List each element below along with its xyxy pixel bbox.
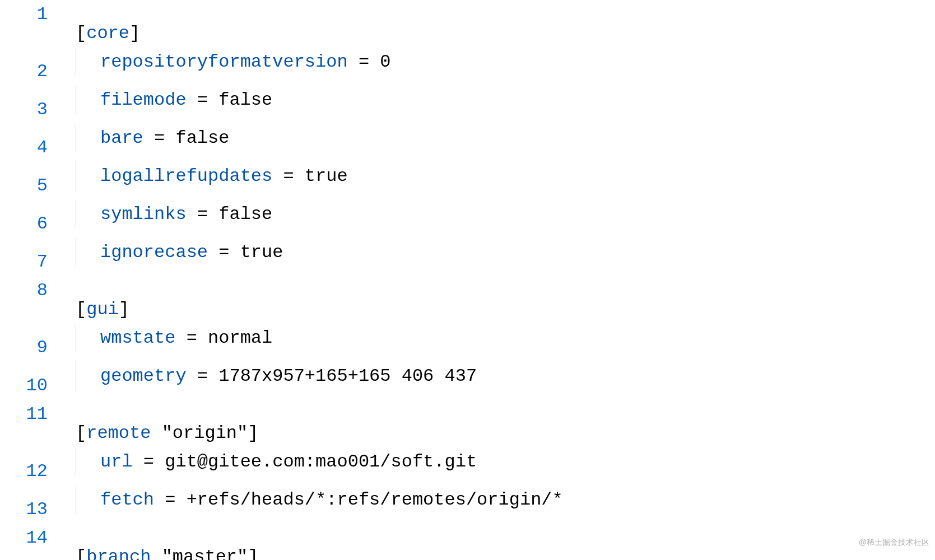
line-number: 8: [0, 276, 53, 305]
line-number: 10: [0, 371, 53, 400]
code-token: ]: [119, 299, 129, 320]
code-line[interactable]: 2repositoryformatversion = 0: [0, 48, 935, 86]
code-line[interactable]: 12url = git@gitee.com:mao001/soft.git: [0, 447, 935, 486]
line-content: filemode = false: [53, 86, 272, 114]
code-line[interactable]: 1[core]: [0, 0, 935, 48]
code-token: filemode: [100, 90, 187, 110]
code-token: remote: [86, 423, 151, 444]
code-token: [: [76, 423, 86, 444]
code-line[interactable]: 8[gui]: [0, 276, 935, 324]
line-number: 14: [0, 524, 53, 552]
code-token: =: [133, 451, 165, 472]
code-token: "origin": [151, 423, 248, 444]
code-token: 1787x957+165+165 406 437: [218, 366, 477, 386]
line-content: repositoryformatversion = 0: [53, 48, 390, 76]
code-token: ignorecase: [100, 242, 208, 263]
line-content: logallrefupdates = true: [53, 162, 348, 190]
code-token: =: [187, 204, 219, 225]
code-token: false: [175, 128, 229, 148]
code-token: ]: [129, 23, 140, 44]
line-content: url = git@gitee.com:mao001/soft.git: [53, 447, 477, 476]
line-number: 6: [0, 209, 53, 238]
line-content: fetch = +refs/heads/*:refs/remotes/origi…: [53, 486, 563, 514]
line-number: 9: [0, 333, 53, 362]
code-token: =: [272, 166, 305, 186]
line-number: 13: [0, 495, 53, 524]
code-token: logallrefupdates: [100, 166, 272, 186]
code-token: true: [305, 166, 348, 186]
code-token: normal: [208, 328, 272, 348]
line-content: [core]: [53, 19, 140, 48]
line-number: 4: [0, 133, 53, 162]
line-number: 11: [0, 400, 53, 428]
code-line[interactable]: 5logallrefupdates = true: [0, 162, 935, 200]
line-content: geometry = 1787x957+165+165 406 437: [53, 362, 477, 390]
code-token: false: [218, 204, 272, 225]
code-editor[interactable]: 1[core]2repositoryformatversion = 03file…: [0, 0, 935, 560]
code-token: branch: [86, 547, 151, 560]
code-token: core: [86, 23, 129, 44]
line-content: [gui]: [53, 295, 129, 324]
code-token: geometry: [100, 366, 187, 386]
line-content: ignorecase = true: [53, 238, 283, 267]
code-token: [: [76, 23, 86, 44]
code-token: =: [348, 52, 380, 72]
code-token: =: [187, 366, 219, 386]
code-token: true: [240, 242, 283, 263]
watermark-text: @稀土掘金技术社区: [859, 528, 929, 557]
code-token: git@gitee.com:mao001/soft.git: [165, 451, 477, 472]
code-line[interactable]: 10geometry = 1787x957+165+165 406 437: [0, 362, 935, 400]
line-number: 5: [0, 171, 53, 200]
code-token: [: [76, 299, 86, 320]
code-token: ]: [248, 423, 258, 444]
code-token: wmstate: [100, 328, 175, 348]
code-token: =: [208, 242, 240, 263]
line-number: 7: [0, 248, 53, 276]
code-token: =: [175, 328, 208, 348]
line-content: wmstate = normal: [53, 324, 272, 352]
code-token: false: [218, 90, 272, 110]
line-content: symlinks = false: [53, 200, 272, 228]
code-line[interactable]: 3filemode = false: [0, 86, 935, 124]
code-token: =: [187, 90, 219, 110]
code-token: [: [76, 547, 86, 560]
code-token: gui: [86, 299, 119, 320]
line-number: 12: [0, 457, 53, 486]
code-token: repositoryformatversion: [100, 52, 348, 72]
line-content: bare = false: [53, 124, 229, 152]
code-line[interactable]: 11[remote "origin"]: [0, 400, 935, 447]
code-token: 0: [380, 52, 390, 72]
code-token: fetch: [100, 489, 154, 510]
line-number: 3: [0, 95, 53, 124]
line-number: 1: [0, 0, 53, 29]
code-token: bare: [100, 128, 143, 148]
code-token: "master": [151, 547, 248, 560]
line-content: [branch "master"]: [53, 543, 258, 560]
code-line[interactable]: 14[branch "master"]: [0, 524, 935, 560]
line-number: 2: [0, 57, 53, 86]
code-token: =: [143, 128, 176, 148]
code-line[interactable]: 7ignorecase = true: [0, 238, 935, 276]
code-token: =: [154, 489, 187, 510]
code-line[interactable]: 9wmstate = normal: [0, 324, 935, 362]
code-line[interactable]: 4bare = false: [0, 124, 935, 162]
code-token: +refs/heads/*:refs/remotes/origin/*: [187, 489, 563, 510]
code-token: url: [100, 451, 133, 472]
line-content: [remote "origin"]: [53, 419, 258, 447]
code-line[interactable]: 13fetch = +refs/heads/*:refs/remotes/ori…: [0, 486, 935, 524]
code-line[interactable]: 6symlinks = false: [0, 200, 935, 238]
code-token: symlinks: [100, 204, 187, 225]
code-token: ]: [248, 547, 258, 560]
